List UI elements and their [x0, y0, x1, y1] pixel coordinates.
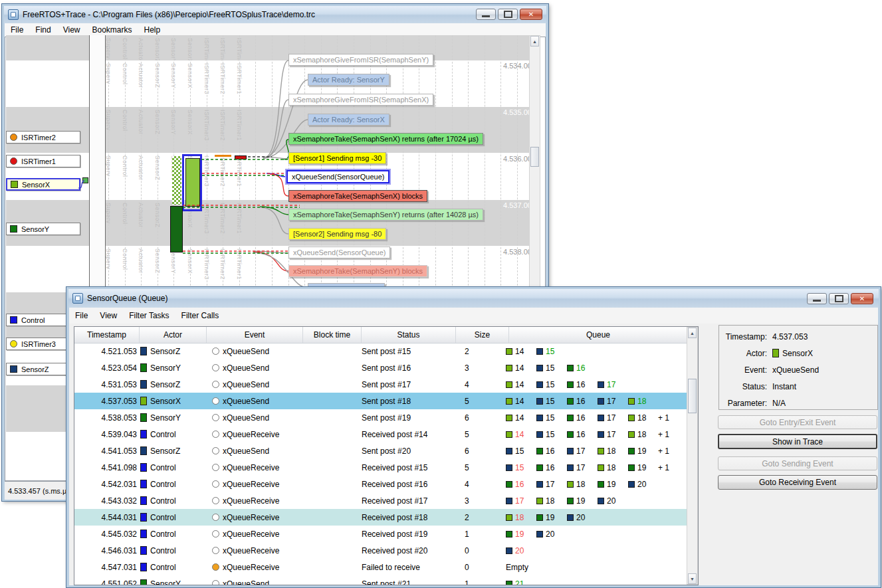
queue-item-swatch: [506, 348, 512, 355]
queue-item-swatch: [567, 481, 574, 488]
queue-item-number: 19: [637, 446, 646, 456]
actor-label-sensorx[interactable]: SensorX: [6, 178, 80, 191]
trace-event-label[interactable]: xSemaphoreTake(SemaphSenY) returns (afte…: [288, 209, 483, 221]
menu-item-file[interactable]: File: [5, 24, 29, 36]
minimize-button[interactable]: [807, 293, 827, 304]
queue-item-number: 17: [607, 430, 615, 439]
queue-item: 16: [567, 363, 585, 373]
table-row[interactable]: 4.544.031ControlxQueueReceiveReceived po…: [74, 509, 688, 526]
close-button[interactable]: ✕: [851, 293, 873, 304]
column-header-size[interactable]: Size: [456, 327, 509, 343]
trace-event-label[interactable]: xSemaphoreGiveFromISR(SemaphSenX): [288, 94, 433, 106]
table-row[interactable]: 4.545.032ControlxQueueReceiveReceived po…: [74, 526, 688, 542]
table-row[interactable]: 4.523.054SensorYxQueueSendSent post #163…: [74, 359, 688, 376]
menu-item-filter-calls[interactable]: Filter Calls: [175, 310, 225, 322]
menu-item-help[interactable]: Help: [138, 24, 167, 36]
column-header-event[interactable]: Event: [207, 327, 303, 343]
table-row[interactable]: 4.547.031ControlxQueueReceiveFailed to r…: [74, 559, 688, 575]
trace-event-label[interactable]: xSemaphoreGiveFromISR(SemaphSenY): [288, 54, 433, 66]
trace-window-titlebar[interactable]: FreeRTOS+Trace - C:\Program Files (x86)\…: [4, 6, 546, 23]
table-row[interactable]: 4.521.053SensorZxQueueSendSent post #152…: [74, 343, 688, 359]
queue-item-swatch: [567, 398, 574, 405]
scroll-up-arrow[interactable]: ▲: [688, 328, 697, 338]
table-row[interactable]: 4.538.053SensorYxQueueSendSent post #196…: [74, 409, 688, 426]
queue-window-titlebar[interactable]: SensorQueue (Queue): [68, 289, 879, 308]
cell-timestamp: 4.539.043: [74, 426, 137, 442]
actor-color-swatch: [140, 480, 147, 488]
queue-item: 19: [628, 446, 646, 456]
table-row[interactable]: 4.531.053SensorZxQueueSendSent post #174…: [74, 376, 688, 393]
actor-label-isrtimer1[interactable]: ISRTimer1: [6, 155, 80, 167]
queue-item-swatch: [598, 415, 604, 421]
trace-event-label[interactable]: [Sensor2] Sending msg -80: [288, 228, 386, 240]
scroll-thumb[interactable]: [530, 147, 539, 167]
cell-actor: Control: [140, 542, 206, 559]
table-row[interactable]: 4.551.052SensorYxQueueSendSent post #211…: [74, 575, 688, 585]
event-status-dot: [212, 447, 219, 454]
queue-item-swatch: [536, 481, 543, 488]
actor-name: Control: [150, 563, 176, 572]
table-row[interactable]: 4.543.032ControlxQueueReceiveReceived po…: [74, 492, 688, 509]
goto-receiving-event-button[interactable]: Goto Receiving Event: [718, 475, 877, 490]
maximize-button[interactable]: [829, 293, 849, 304]
queue-item-number: 15: [546, 347, 554, 356]
actor-name: Control: [150, 463, 176, 472]
table-row[interactable]: 4.541.053SensorZxQueueSendSent post #206…: [74, 442, 688, 459]
event-name: xQueueSend: [223, 579, 269, 586]
minimize-button[interactable]: [476, 9, 496, 20]
queue-item-swatch: [506, 448, 512, 454]
scroll-thumb[interactable]: [688, 379, 697, 413]
menu-item-view[interactable]: View: [57, 24, 86, 36]
actor-label-sensory[interactable]: SensorY: [6, 223, 80, 235]
event-name: xQueueReceive: [223, 563, 279, 572]
trace-event-label[interactable]: xSemaphoreTake(SemaphSenY) blocks: [288, 265, 427, 277]
trace-event-label[interactable]: xQueueSend(SensorQueue): [286, 170, 389, 183]
queue-item-number: 16: [576, 363, 585, 373]
queue-item-swatch: [506, 581, 512, 586]
actor-name: SensorZ: [150, 380, 180, 389]
cell-size: 1: [465, 575, 491, 585]
table-vscrollbar[interactable]: ▲▼: [687, 327, 698, 585]
column-header-queue[interactable]: Queue: [509, 327, 688, 343]
queue-item-number: 15: [546, 430, 554, 439]
cell-timestamp: 4.538.053: [74, 409, 137, 426]
trace-event-label[interactable]: [Sensor1] Sending msg -30: [288, 152, 386, 164]
column-header-block-time[interactable]: Block time: [303, 327, 362, 343]
trace-event-label[interactable]: xSemaphoreTake(SemaphSenX) blocks: [288, 190, 427, 202]
trace-event-label[interactable]: xSemaphoreTake(SemaphSenX) returns (afte…: [288, 133, 483, 145]
trace-event-label[interactable]: Actor Ready: SensorX: [308, 114, 389, 126]
queue-item: 20: [598, 496, 615, 506]
cell-actor: SensorZ: [140, 376, 206, 393]
maximize-button[interactable]: [498, 9, 518, 20]
queue-overflow-count: + 1: [658, 430, 669, 439]
trace-event-label[interactable]: xQueueSend(SensorQueue): [288, 246, 390, 258]
show-in-trace-button[interactable]: Show in Trace: [718, 434, 877, 449]
column-header-timestamp[interactable]: Timestamp: [74, 327, 140, 343]
actor-circle-icon: [10, 157, 17, 165]
cell-size: 5: [465, 459, 491, 476]
queue-item-swatch: [628, 481, 635, 488]
actor-label-isrtimer2[interactable]: ISRTimer2: [6, 131, 80, 144]
table-row[interactable]: 4.537.053SensorXxQueueSendSent post #185…: [74, 393, 688, 409]
table-row[interactable]: 4.546.031ControlxQueueReceiveReceived po…: [74, 542, 688, 559]
menu-item-view[interactable]: View: [94, 310, 123, 322]
table-row[interactable]: 4.539.043ControlxQueueReceiveReceived po…: [74, 426, 688, 442]
trace-event-label[interactable]: Actor Ready: SensorY: [308, 74, 389, 86]
close-button[interactable]: ✕: [520, 9, 542, 20]
cell-timestamp: 4.541.053: [74, 442, 137, 459]
column-header-actor[interactable]: Actor: [140, 327, 207, 343]
menu-item-find[interactable]: Find: [29, 24, 56, 36]
table-row[interactable]: 4.541.098ControlxQueueReceiveReceived po…: [74, 459, 688, 476]
queue-overflow-count: + 1: [658, 413, 669, 423]
menu-item-bookmarks[interactable]: Bookmarks: [86, 24, 138, 36]
cell-queue: 1516171819+ 1: [506, 442, 688, 459]
queue-item: 20: [506, 546, 524, 555]
queue-item-number: 19: [515, 530, 524, 539]
scroll-up-arrow[interactable]: ▲: [530, 36, 539, 47]
table-row[interactable]: 4.542.031ControlxQueueReceiveReceived po…: [74, 476, 688, 492]
scroll-down-arrow[interactable]: ▼: [688, 573, 697, 584]
column-header-status[interactable]: Status: [362, 327, 456, 343]
menu-item-filter-tasks[interactable]: Filter Tasks: [123, 310, 175, 322]
menu-item-file[interactable]: File: [69, 310, 94, 322]
cell-event: xQueueSend: [212, 575, 298, 585]
